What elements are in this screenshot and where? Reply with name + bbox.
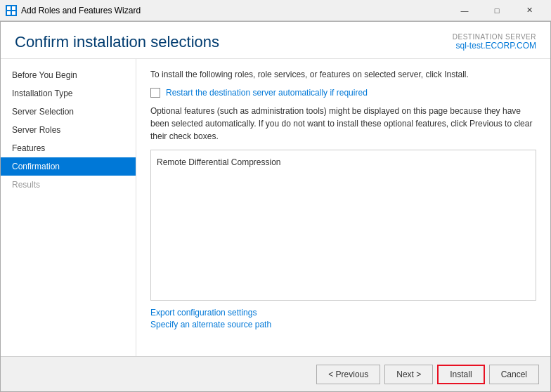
optional-text: Optional features (such as administratio… — [150, 105, 536, 143]
window-controls: — □ ✕ — [448, 0, 545, 21]
restart-checkbox-label: Restart the destination server automatic… — [166, 88, 368, 98]
svg-rect-1 — [12, 6, 15, 10]
sidebar-item-installation-type[interactable]: Installation Type — [1, 84, 136, 103]
next-button[interactable]: Next > — [384, 365, 433, 384]
sidebar: Before You Begin Installation Type Serve… — [1, 59, 136, 356]
alternate-source-link[interactable]: Specify an alternate source path — [150, 320, 536, 329]
export-config-link[interactable]: Export configuration settings — [150, 308, 536, 318]
previous-button[interactable]: < Previous — [316, 365, 380, 384]
feature-item-rdc: Remote Differential Compression — [157, 156, 530, 169]
features-list-box: Remote Differential Compression — [150, 150, 536, 301]
minimize-button[interactable]: — — [448, 0, 481, 21]
restart-checkbox[interactable] — [150, 88, 160, 98]
page-title: Confirm installation selections — [15, 33, 219, 51]
close-button[interactable]: ✕ — [513, 0, 545, 21]
footer: < Previous Next > Install Cancel — [1, 356, 550, 391]
svg-rect-3 — [12, 11, 15, 15]
destination-name: sql-test.ECORP.COM — [453, 41, 536, 51]
sidebar-item-confirmation[interactable]: Confirmation — [1, 157, 136, 176]
main-content-area: To install the following roles, role ser… — [136, 59, 550, 356]
sidebar-item-results: Results — [1, 176, 136, 194]
restart-checkbox-row[interactable]: Restart the destination server automatic… — [150, 88, 536, 98]
content-area: Before You Begin Installation Type Serve… — [1, 59, 550, 356]
window-title: Add Roles and Features Wizard — [21, 6, 448, 15]
page-header: Confirm installation selections DESTINAT… — [1, 22, 550, 59]
instruction-text: To install the following roles, role ser… — [150, 69, 536, 81]
destination-label: DESTINATION SERVER — [453, 33, 536, 41]
app-icon — [6, 5, 17, 16]
destination-server-info: DESTINATION SERVER sql-test.ECORP.COM — [453, 33, 536, 51]
sidebar-item-features[interactable]: Features — [1, 139, 136, 157]
install-button[interactable]: Install — [437, 365, 484, 384]
title-bar: Add Roles and Features Wizard — □ ✕ — [0, 0, 551, 21]
svg-rect-2 — [7, 11, 11, 15]
sidebar-item-server-roles[interactable]: Server Roles — [1, 121, 136, 139]
sidebar-item-server-selection[interactable]: Server Selection — [1, 103, 136, 121]
cancel-button[interactable]: Cancel — [489, 365, 539, 384]
svg-rect-0 — [7, 6, 11, 10]
main-window: Confirm installation selections DESTINAT… — [0, 21, 551, 392]
maximize-button[interactable]: □ — [481, 0, 513, 21]
sidebar-item-before-you-begin[interactable]: Before You Begin — [1, 66, 136, 84]
